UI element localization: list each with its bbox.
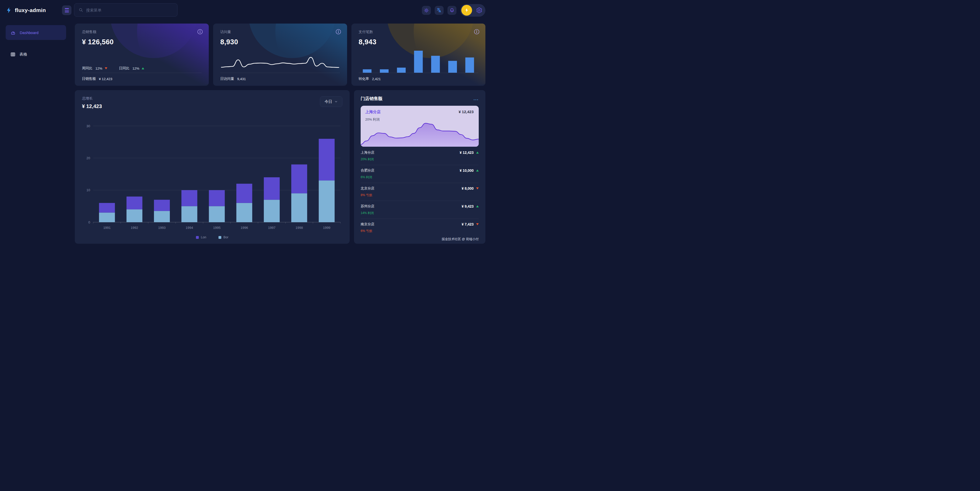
featured-store-value: ¥ 12,423 bbox=[459, 110, 474, 114]
notifications-button[interactable] bbox=[447, 6, 457, 15]
avatar[interactable] bbox=[461, 5, 472, 16]
arrow-down-icon bbox=[105, 67, 107, 69]
featured-store-sub: 20% 利润 bbox=[365, 117, 380, 122]
topbar-actions: 文 A bbox=[422, 0, 485, 21]
svg-text:0: 0 bbox=[88, 221, 90, 224]
lightning-logo-icon bbox=[6, 7, 12, 14]
search-icon bbox=[78, 8, 83, 13]
footer-value: 9,431 bbox=[237, 77, 246, 81]
store-name: 上海分店 bbox=[361, 150, 374, 155]
legend-label: Bor bbox=[223, 235, 228, 239]
language-button[interactable]: 文 A bbox=[435, 6, 444, 15]
visits-line-chart bbox=[220, 52, 340, 72]
arrow-up-icon bbox=[142, 67, 144, 69]
card-value: 8,930 bbox=[220, 38, 340, 46]
arrow-down-icon bbox=[476, 223, 479, 225]
store-value: ¥ 12,423 bbox=[460, 151, 474, 155]
legend-label: Lon bbox=[201, 235, 206, 239]
footer-value: ¥ 12,423 bbox=[99, 77, 113, 81]
svg-text:1994: 1994 bbox=[186, 226, 193, 230]
card-total-sales: 总销售额 ¥ 126,560 周同比 12% 日同比 12% bbox=[75, 24, 209, 86]
visits-sparkline bbox=[220, 52, 340, 72]
info-icon[interactable] bbox=[197, 29, 203, 35]
growth-title: 总增长 bbox=[82, 96, 342, 101]
search-box bbox=[74, 3, 178, 17]
store-name: 合肥分店 bbox=[361, 168, 374, 173]
trend-daily: 日同比 12% bbox=[119, 66, 145, 71]
store-sub: 6% 亏损 bbox=[361, 229, 479, 233]
user-settings-pill[interactable] bbox=[460, 4, 485, 17]
store-name: 北京分店 bbox=[361, 186, 374, 191]
main-content: 总销售额 ¥ 126,560 周同比 12% 日同比 12% bbox=[75, 21, 485, 243]
featured-area-chart bbox=[361, 120, 479, 147]
store-list-item: 上海分店 ¥ 12,423 20% 利润 bbox=[361, 147, 479, 165]
topbar: fluxy-admin 文 A bbox=[0, 0, 490, 21]
card-title: 总销售额 bbox=[82, 30, 202, 34]
store-value: ¥ 10,000 bbox=[460, 168, 474, 173]
more-ellipsis-icon[interactable]: ... bbox=[474, 97, 479, 100]
svg-text:1999: 1999 bbox=[323, 226, 331, 230]
legend-item-lon[interactable]: Lon bbox=[196, 235, 206, 239]
store-name: 苏州分店 bbox=[361, 204, 374, 209]
trend-value: 12% bbox=[132, 67, 139, 70]
growth-stacked-bar-chart: 0102030199119921993199419951996199719981… bbox=[82, 110, 342, 234]
sidebar: Dashboard 表格 bbox=[0, 21, 72, 246]
store-list-item: 南京分店 ¥ 7,423 6% 亏损 bbox=[361, 219, 479, 237]
growth-chart-svg: 0102030199119921993199419951996199719981… bbox=[82, 123, 342, 234]
bottom-row: 总增长 ¥ 12,423 今日 010203019911992199319941… bbox=[75, 90, 485, 244]
store-list: 上海分店 ¥ 12,423 20% 利润 合肥分店 ¥ 10,000 6% 利润… bbox=[361, 147, 479, 237]
store-sub: 20% 利润 bbox=[361, 157, 479, 162]
table-icon bbox=[10, 52, 16, 57]
payments-bar-chart bbox=[359, 49, 478, 73]
info-icon[interactable] bbox=[335, 29, 341, 35]
footer-label: 转化率 bbox=[359, 76, 369, 81]
svg-text:1992: 1992 bbox=[130, 226, 138, 230]
store-sub: 6% 利润 bbox=[361, 175, 479, 180]
trend-label: 周同比 bbox=[82, 66, 92, 71]
featured-store-card: 上海分店 ¥ 12,423 20% 利润 bbox=[361, 106, 479, 147]
store-sub: 8% 亏损 bbox=[361, 193, 479, 197]
arrow-up-icon bbox=[476, 151, 479, 154]
store-list-item: 北京分店 ¥ 8,000 8% 亏损 bbox=[361, 183, 479, 201]
svg-text:1996: 1996 bbox=[240, 226, 248, 230]
store-name: 南京分店 bbox=[361, 222, 374, 227]
panel-title: 门店销售额 bbox=[361, 96, 382, 102]
menu-toggle-button[interactable] bbox=[62, 5, 72, 15]
trend-value: 12% bbox=[95, 67, 102, 70]
arrow-up-icon bbox=[476, 205, 479, 207]
app-title: fluxy-admin bbox=[15, 7, 46, 13]
svg-text:1991: 1991 bbox=[103, 226, 111, 230]
card-title: 访问量 bbox=[220, 30, 340, 34]
featured-store-name: 上海分店 bbox=[365, 110, 381, 114]
bell-icon bbox=[449, 8, 455, 13]
arrow-down-icon bbox=[476, 188, 479, 189]
trend-weekly: 周同比 12% bbox=[82, 66, 107, 71]
credit-text: 掘金技术社区 @ 前端小付 bbox=[361, 237, 479, 242]
date-range-select[interactable]: 今日 bbox=[320, 96, 342, 107]
info-icon[interactable] bbox=[474, 29, 480, 35]
legend-swatch-lon bbox=[196, 236, 199, 239]
legend-item-bor[interactable]: Bor bbox=[218, 235, 228, 239]
theme-toggle-button[interactable] bbox=[422, 6, 431, 15]
search-input[interactable] bbox=[83, 3, 177, 16]
card-value: ¥ 126,560 bbox=[82, 38, 202, 46]
svg-text:30: 30 bbox=[87, 124, 90, 128]
svg-text:1993: 1993 bbox=[158, 226, 166, 230]
sidebar-item-table[interactable]: 表格 bbox=[6, 49, 66, 60]
store-list-item: 苏州分店 ¥ 9,423 14% 利润 bbox=[361, 201, 479, 219]
store-value: ¥ 7,423 bbox=[461, 222, 474, 226]
sidebar-item-dashboard[interactable]: Dashboard bbox=[6, 25, 66, 40]
svg-text:1995: 1995 bbox=[213, 226, 221, 230]
growth-value: ¥ 12,423 bbox=[82, 103, 342, 109]
svg-text:1997: 1997 bbox=[268, 226, 275, 230]
trend-row: 周同比 12% 日同比 12% bbox=[82, 66, 144, 71]
sidebar-item-label: 表格 bbox=[19, 52, 27, 57]
app-logo: fluxy-admin bbox=[6, 0, 46, 21]
footer-label: 日访问量 bbox=[220, 76, 234, 81]
card-visits: 访问量 8,930 日访问量 9,431 bbox=[213, 24, 347, 86]
date-range-label: 今日 bbox=[325, 99, 332, 104]
translate-icon: 文 A bbox=[436, 8, 442, 13]
payments-minibars bbox=[359, 49, 478, 73]
trend-label: 日同比 bbox=[119, 66, 130, 71]
gear-icon[interactable] bbox=[476, 7, 482, 13]
